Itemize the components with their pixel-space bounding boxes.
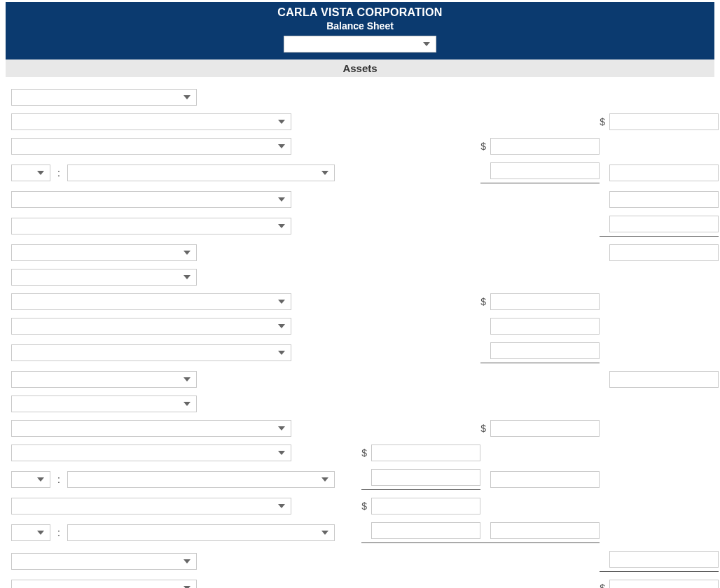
asset-line-select-17[interactable]	[11, 498, 291, 514]
asset-line-select-9[interactable]	[11, 293, 291, 310]
amount-input-16-2[interactable]	[371, 469, 480, 486]
asset-row-13	[11, 396, 709, 412]
asset-row-10	[11, 318, 709, 335]
asset-category-select-7[interactable]	[11, 244, 197, 261]
asset-sign-select-18[interactable]	[11, 524, 50, 541]
asset-row-17: $	[11, 498, 709, 514]
asset-line-select-15[interactable]	[11, 444, 291, 461]
asset-row-12	[11, 371, 709, 388]
asset-line-select-11[interactable]	[11, 344, 291, 361]
report-title: Balance Sheet	[6, 20, 714, 31]
asset-sign-select-4[interactable]	[11, 164, 50, 181]
section-assets-heading: Assets	[6, 59, 714, 77]
asset-row-15: $	[11, 444, 709, 461]
asset-row-14: $	[11, 420, 709, 437]
asset-row-16: :	[11, 469, 709, 490]
dollar-sign: $	[480, 141, 486, 152]
dollar-sign: $	[361, 500, 367, 512]
asset-category-select-8[interactable]	[11, 269, 197, 286]
dollar-sign: $	[480, 423, 486, 434]
asset-line-select-3[interactable]	[11, 138, 291, 155]
asset-category-select-13[interactable]	[11, 396, 197, 412]
amount-input-17-2[interactable]	[371, 498, 480, 514]
amount-input-20-4[interactable]	[609, 580, 719, 588]
amount-input-2-4[interactable]	[609, 113, 719, 130]
colon: :	[56, 474, 62, 485]
amount-input-16-3[interactable]	[490, 471, 600, 488]
asset-row-20: $	[11, 580, 709, 588]
asset-row-5	[11, 191, 709, 208]
amount-input-4-3[interactable]	[490, 162, 600, 179]
asset-detail-select-18[interactable]	[67, 524, 335, 541]
asset-line-select-5[interactable]	[11, 191, 291, 208]
amount-input-10-3[interactable]	[490, 318, 600, 335]
asset-row-1	[11, 89, 709, 106]
amount-input-18-3[interactable]	[490, 522, 600, 539]
asset-row-4: :	[11, 162, 709, 183]
assets-body: $ $ :	[6, 77, 714, 588]
colon: :	[56, 167, 62, 178]
asset-line-select-2[interactable]	[11, 113, 291, 130]
asset-row-8	[11, 269, 709, 286]
dollar-sign: $	[480, 296, 486, 307]
report-header: CARLA VISTA CORPORATION Balance Sheet	[6, 2, 714, 59]
amount-input-7-4[interactable]	[609, 244, 719, 261]
asset-line-select-6[interactable]	[11, 218, 291, 234]
asset-detail-select-16[interactable]	[67, 471, 335, 488]
amount-input-15-2[interactable]	[371, 444, 480, 461]
asset-detail-select-4[interactable]	[67, 164, 335, 181]
asset-category-select-12[interactable]	[11, 371, 197, 388]
asset-row-3: $	[11, 138, 709, 155]
amount-input-19-4[interactable]	[609, 551, 719, 568]
amount-input-6-4[interactable]	[609, 216, 719, 232]
amount-input-12-4[interactable]	[609, 371, 719, 388]
asset-row-19	[11, 551, 709, 572]
asset-category-select-1[interactable]	[11, 89, 197, 106]
company-name: CARLA VISTA CORPORATION	[6, 6, 714, 19]
amount-input-3-3[interactable]	[490, 138, 600, 155]
asset-row-2: $	[11, 113, 709, 130]
dollar-sign: $	[361, 447, 367, 458]
asset-row-7	[11, 244, 709, 261]
asset-sign-select-16[interactable]	[11, 471, 50, 488]
asset-line-select-10[interactable]	[11, 318, 291, 335]
dollar-sign: $	[600, 582, 605, 588]
amount-input-18-2[interactable]	[371, 522, 480, 539]
amount-input-11-3[interactable]	[490, 342, 600, 359]
amount-input-5-4[interactable]	[609, 191, 719, 208]
asset-category-select-19[interactable]	[11, 553, 197, 570]
amount-input-4-4[interactable]	[609, 164, 719, 181]
dollar-sign: $	[600, 116, 605, 127]
colon: :	[56, 527, 62, 538]
amount-input-9-3[interactable]	[490, 293, 600, 310]
asset-row-11	[11, 342, 709, 363]
report-date-select[interactable]	[284, 36, 436, 52]
amount-input-14-3[interactable]	[490, 420, 600, 437]
asset-row-9: $	[11, 293, 709, 310]
asset-row-18: :	[11, 522, 709, 543]
asset-category-select-20[interactable]	[11, 580, 197, 588]
asset-row-6	[11, 216, 709, 237]
asset-line-select-14[interactable]	[11, 420, 291, 437]
